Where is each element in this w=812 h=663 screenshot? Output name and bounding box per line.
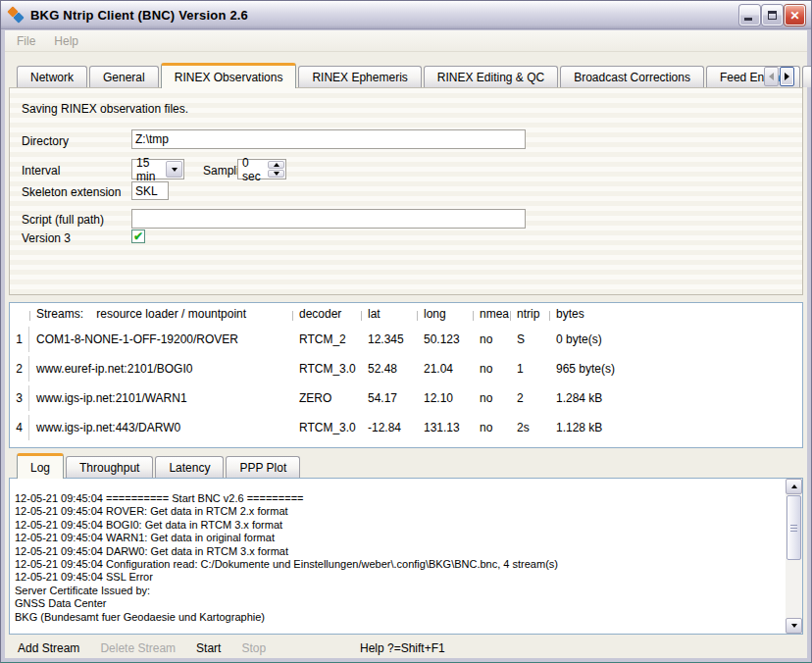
chevron-down-icon [274,172,279,176]
log-line: 12-05-21 09:45:04 ROVER: Get data in RTC… [15,505,781,518]
tab-scroll-buttons [764,67,794,86]
log-line: 12-05-21 09:45:04 SSL Error [15,571,781,584]
sampling-spinner[interactable]: 0 sec [237,159,286,179]
bnc-logo-icon [8,7,25,23]
interval-select[interactable]: 15 min [131,159,184,179]
log-line: 12-05-21 09:45:04 Configuration read: C:… [15,558,781,571]
cell-mountpoint: COM1-8-NONE-1-OFF-19200/ROVER [29,332,292,346]
version3-checkbox[interactable]: ✔ [131,230,145,243]
app-window: BKG Ntrip Client (BNC) Version 2.6 ✕ Fil… [0,0,812,663]
tab-scroll-left-button [764,67,779,86]
cell-long: 131.13 [417,421,473,434]
directory-input[interactable] [131,129,526,149]
menu-file[interactable]: File [17,34,35,48]
streams-table: Streams: resource loader / mountpoint de… [9,302,803,448]
sampling-value: 0 sec [238,156,267,183]
close-icon: ✕ [786,6,804,25]
row-number: 4 [10,415,29,440]
log-line: 12-05-21 09:45:04 ========== Start BNC v… [15,492,781,505]
header-bytes: bytes [549,307,802,321]
tab-general[interactable]: General [89,66,159,87]
stop-button: Stop [241,641,266,655]
tab-rinex-ephemeris[interactable]: RINEX Ephemeris [298,66,421,87]
footer-bar: Add Stream Delete Stream Start Stop Help… [9,635,803,661]
chevron-down-icon [791,624,797,628]
cell-bytes: 965 byte(s) [549,362,802,376]
stream-row[interactable]: 2 www.euref-ip.net:2101/BOGI0 RTCM_3.0 5… [10,354,802,383]
scrollbar-thumb[interactable] [787,495,801,560]
cell-decoder: ZERO [292,391,361,405]
chevron-left-icon [769,73,774,80]
tab-broadcast-corrections[interactable]: Broadcast Corrections [560,66,704,87]
interval-dropdown-button[interactable] [166,161,182,178]
script-path-input[interactable] [131,209,526,229]
log-line: 12-05-21 09:45:04 BOGI0: Get data in RTC… [15,519,781,532]
log-panel[interactable]: 12-05-21 09:45:04 ========== Start BNC v… [9,478,803,635]
cell-lat: -12.84 [361,421,417,434]
interval-value: 15 min [132,156,165,183]
help-button[interactable]: Help ?=Shift+F1 [360,641,445,655]
tab-rinex-editing-qc[interactable]: RINEX Editing & QC [424,66,558,87]
add-stream-button[interactable]: Add Stream [18,641,79,655]
window-controls: ✕ [739,5,805,26]
close-button[interactable]: ✕ [785,5,805,26]
stream-row[interactable]: 1 COM1-8-NONE-1-OFF-19200/ROVER RTCM_2 1… [10,325,802,354]
chevron-down-icon [172,168,178,172]
start-button[interactable]: Start [196,641,221,655]
sampling-up-button[interactable] [268,161,284,169]
menu-help[interactable]: Help [54,34,78,48]
check-icon: ✔ [133,230,143,242]
tab-log[interactable]: Log [17,453,64,479]
tab-ppp-plot[interactable]: PPP Plot [226,456,300,478]
cell-decoder: RTCM_3.0 [292,421,361,434]
header-decoder: decoder [292,307,361,321]
titlebar[interactable]: BKG Ntrip Client (BNC) Version 2.6 ✕ [1,1,811,29]
minimize-button[interactable] [739,5,760,26]
log-scrollbar[interactable] [786,479,802,634]
skeleton-extension-input[interactable] [131,181,169,200]
chevron-up-icon [791,484,797,488]
log-line: Server Certificate Issued by: [15,585,781,597]
cell-lat: 54.17 [361,391,417,405]
header-long: long [417,307,473,321]
cell-mountpoint: www.euref-ip.net:2101/BOGI0 [29,362,292,376]
interval-label: Interval [22,164,60,178]
window-title: BKG Ntrip Client (BNC) Version 2.6 [30,8,248,23]
log-line: BKG (Bundesamt fuer Geodaesie und Kartog… [15,611,781,624]
cell-bytes: 1.128 kB [549,421,802,434]
script-path-label: Script (full path) [22,213,104,227]
minimize-icon [744,18,752,21]
header-ntrip: ntrip [510,307,549,321]
stream-row[interactable]: 3 www.igs-ip.net:2101/WARN1 ZERO 54.17 1… [10,383,802,413]
tab-serial-output[interactable]: Serial Output [802,66,812,87]
cell-decoder: RTCM_3.0 [292,362,361,376]
row-number: 1 [10,327,29,352]
tab-latency[interactable]: Latency [155,456,224,478]
tab-network[interactable]: Network [17,66,87,87]
cell-mountpoint: www.igs-ip.net:2101/WARN1 [29,391,292,405]
cell-long: 50.123 [417,332,473,346]
cell-nmea: no [473,421,510,434]
log-line: 12-05-21 09:45:04 DARW0: Get data in RTC… [15,545,781,558]
tab-throughput[interactable]: Throughput [66,456,153,478]
scroll-up-button[interactable] [786,479,802,494]
cell-bytes: 0 byte(s) [549,332,802,346]
skeleton-extension-label: Skeleton extension [22,185,121,199]
chevron-up-icon [274,163,279,167]
scroll-down-button[interactable] [786,618,802,634]
stream-row[interactable]: 4 www.igs-ip.net:443/DARW0 RTCM_3.0 -12.… [10,413,802,442]
tab-scroll-right-button[interactable] [780,67,794,86]
delete-stream-button: Delete Stream [100,641,176,655]
menu-bar: File Help [5,30,807,52]
cell-mountpoint: www.igs-ip.net:443/DARW0 [29,421,292,434]
tab-rinex-observations[interactable]: RINEX Observations [161,63,297,88]
cell-long: 21.04 [417,362,473,376]
version3-label: Version 3 [22,231,71,245]
main-tab-bar: Network General RINEX Observations RINEX… [9,56,803,87]
bottom-tab-bar: Log Throughput Latency PPP Plot [9,451,803,478]
maximize-button[interactable] [762,5,783,26]
sampling-down-button[interactable] [268,170,284,178]
streams-table-header: Streams: resource loader / mountpoint de… [10,303,802,325]
cell-decoder: RTCM_2 [292,332,361,346]
rinex-observations-panel: Saving RINEX observation files. Director… [9,87,803,295]
